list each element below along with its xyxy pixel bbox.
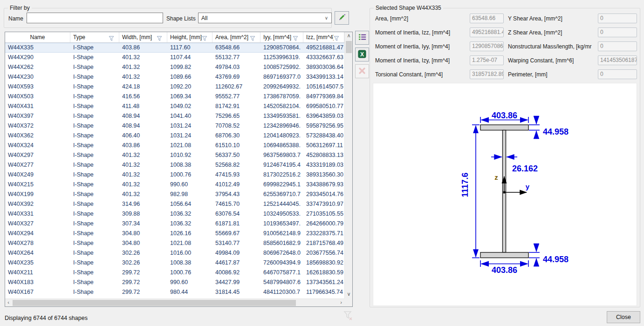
close-button[interactable]: Close (607, 311, 640, 323)
filter-funnel-icon[interactable] (250, 34, 255, 42)
column-header-area[interactable]: Area, [mm^2] (212, 32, 260, 42)
cell-width: 302.26 (119, 258, 167, 268)
table-row[interactable]: W40X278I-Shape304.801021.0853140.7785856… (5, 238, 344, 248)
column-header-name[interactable]: Name (5, 32, 70, 42)
cell-type: I-Shape (70, 62, 119, 72)
table-row[interactable]: W44X230I-Shape401.321089.6643769.6986971… (5, 72, 344, 82)
scroll-right-icon[interactable]: › (338, 299, 344, 307)
cell-izz: 1051614507.5 (303, 82, 344, 92)
vertical-scrollbar[interactable]: ∧ ∨ (344, 32, 352, 299)
izz-value: 495216881.47 (470, 27, 504, 37)
cell-height: 1026.16 (167, 229, 212, 238)
cell-type: I-Shape (70, 102, 119, 111)
table-row[interactable]: W40X331I-Shape309.881036.3263076.5410324… (5, 209, 344, 219)
cell-width: 406.40 (119, 131, 167, 141)
table-row[interactable]: W40X167I-Shape299.72980.4431814.45484112… (5, 287, 344, 297)
cell-height: 1000.76 (167, 170, 212, 180)
cell-iyy: 13349593581. (260, 111, 303, 121)
table-row[interactable]: W40X362I-Shape406.401031.2468706.3012041… (5, 131, 344, 141)
bottom-flange-thickness-text: 44.958 (543, 255, 569, 264)
cell-type: I-Shape (70, 160, 119, 170)
cell-izz: 452808833.13 (303, 150, 344, 160)
column-header-height[interactable]: Height, [mm] (167, 32, 212, 42)
perimeter-label: Perimeter, [mm] (508, 71, 597, 78)
name-filter-input[interactable] (27, 13, 163, 23)
warping-constant-value: 1414535061879 (598, 55, 637, 65)
export-excel-button[interactable]: X (355, 48, 369, 61)
height-dimension (472, 125, 480, 258)
cell-area: 61510.10 (212, 141, 260, 150)
table-row[interactable]: W40X327I-Shape307.341036.3261871.8110193… (5, 219, 344, 229)
horizontal-scroll-thumb[interactable] (13, 300, 296, 306)
cell-width: 401.32 (119, 53, 167, 62)
cell-izz: 185698830.92 (303, 258, 344, 268)
column-header-izz[interactable]: Izz, [mm^4] (303, 32, 344, 42)
scroll-up-icon[interactable]: ∧ (345, 32, 353, 40)
filter-funnel-icon[interactable] (157, 34, 162, 42)
table-row[interactable]: W40X294I-Shape304.801026.1655669.6791005… (5, 229, 344, 238)
table-row[interactable]: W40X235I-Shape302.261008.3844617.8772600… (5, 258, 344, 268)
table-row[interactable]: W40X372I-Shape408.941031.2470708.5212342… (5, 121, 344, 131)
cell-iyy: 8069672648.0 (260, 248, 303, 258)
cell-area: 47415.93 (212, 170, 260, 180)
table-row[interactable]: W40X211I-Shape299.721000.7640086.9264670… (5, 268, 344, 278)
table-row[interactable]: W40X264I-Shape302.261016.0049984.0980696… (5, 248, 344, 258)
cell-izz: 271035105.55 (303, 209, 344, 219)
cell-izz: 389313560.30 (303, 170, 344, 180)
cell-area: 112602.67 (212, 82, 260, 92)
top-flange-thickness-dimension (529, 116, 540, 139)
name-label: Name (8, 15, 23, 22)
cell-name: W40X324 (5, 141, 70, 150)
table-row[interactable]: W40X183I-Shape299.72990.6034427.99548799… (5, 278, 344, 287)
horizontal-scrollbar[interactable]: ‹ › (5, 299, 344, 306)
cell-type: I-Shape (70, 248, 119, 258)
table-row[interactable]: W40X249I-Shape401.321000.7647415.9381730… (5, 170, 344, 180)
filter-funnel-icon[interactable] (202, 34, 207, 42)
filter-funnel-icon[interactable] (109, 34, 114, 42)
table-row[interactable]: W40X199I-Shape401.32982.9837954.43625536… (5, 190, 344, 199)
edit-shape-list-button[interactable] (355, 31, 369, 45)
cell-type: I-Shape (70, 229, 119, 238)
cell-height: 1036.32 (167, 219, 212, 229)
column-header-type[interactable]: Type (70, 32, 119, 42)
table-row[interactable]: W40X397I-Shape408.941041.4075296.6513349… (5, 111, 344, 121)
vertical-scroll-thumb[interactable] (346, 41, 352, 53)
remove-shape-button[interactable] (355, 64, 369, 78)
cell-izz: 495216881.47 (303, 43, 344, 53)
table-row[interactable]: W44X335I-Shape403.861117.6063548.6612908… (5, 43, 344, 53)
table-row[interactable]: W40X297I-Shape401.321010.9256337.5096375… (5, 150, 344, 160)
filter-funnel-icon[interactable] (334, 34, 339, 42)
cell-height: 1107.44 (167, 53, 212, 62)
cell-area: 55669.67 (212, 229, 260, 238)
edit-shape-lists-button[interactable] (335, 11, 349, 25)
cell-izz: 506312697.11 (303, 141, 344, 150)
column-header-iyy[interactable]: Iyy, [mm^4] (260, 32, 303, 42)
scroll-down-icon[interactable]: ∨ (345, 291, 353, 299)
table-row[interactable]: W40X503I-Shape416.561069.3495552.7717386… (5, 92, 344, 102)
table-row[interactable]: W44X290I-Shape401.321107.4455132.7711253… (5, 53, 344, 62)
cell-area: 61871.81 (212, 219, 260, 229)
cell-izz: 699580510.77 (303, 102, 344, 111)
cell-area: 43769.69 (212, 72, 260, 82)
shape-lists-dropdown[interactable]: All ∨ (198, 13, 332, 23)
shape-preview-panel: 403.86 44.958 1117.6 26.162 (373, 83, 637, 306)
cell-name: W40X211 (5, 268, 70, 278)
scroll-left-icon[interactable]: ‹ (5, 299, 12, 307)
z-shear-area-value: 0 (598, 27, 637, 37)
funnel-clear-icon[interactable] (343, 310, 353, 323)
cell-type: I-Shape (70, 268, 119, 278)
column-header-width[interactable]: Width, [mm] (119, 32, 167, 42)
table-row[interactable]: W40X431I-Shape411.481049.0281742.9114520… (5, 102, 344, 111)
cell-iyy: 10324950533. (260, 209, 303, 219)
table-row[interactable]: W44X262I-Shape401.321099.8249784.0310085… (5, 62, 344, 72)
table-row[interactable]: W40X215I-Shape401.32990.6041012.49699982… (5, 180, 344, 190)
table-row[interactable]: W40X277I-Shape401.321008.3852568.8291246… (5, 160, 344, 170)
filter-funnel-icon[interactable] (293, 34, 298, 42)
table-row[interactable]: W40X593I-Shape424.181092.20112602.672099… (5, 82, 344, 92)
table-row[interactable]: W40X324I-Shape403.861021.0861510.1010694… (5, 141, 344, 150)
cell-area: 41012.49 (212, 180, 260, 190)
cell-width: 403.86 (119, 141, 167, 150)
cell-type: I-Shape (70, 238, 119, 248)
cell-type: I-Shape (70, 72, 119, 82)
table-row[interactable]: W40X392I-Shape314.961056.6474615.7012521… (5, 199, 344, 209)
